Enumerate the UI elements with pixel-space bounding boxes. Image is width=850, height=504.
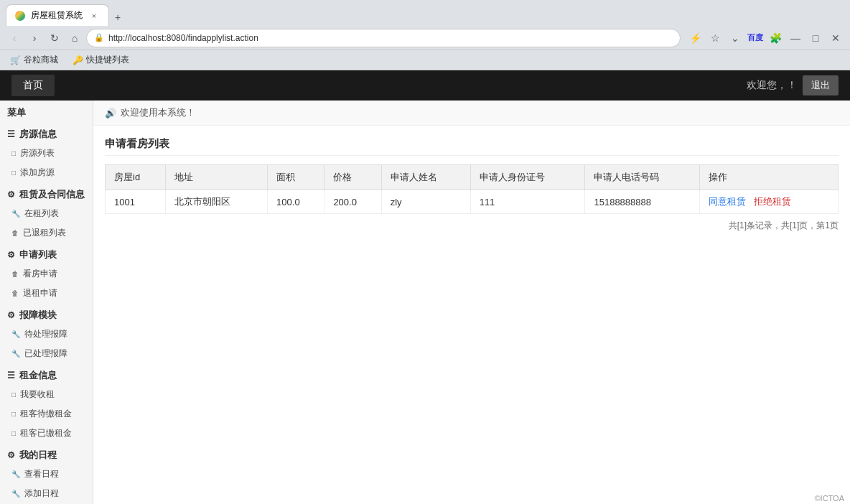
rental-section-icon: ⚙: [7, 190, 15, 200]
col-header-action: 操作: [700, 165, 839, 190]
sidebar-item-house-list[interactable]: □ 房源列表: [0, 144, 93, 163]
schedule-section-icon: ⚙: [7, 450, 15, 460]
sidebar-item-collect-rent[interactable]: □ 我要收租: [0, 385, 93, 404]
rental-section-label: 租赁及合同信息: [19, 188, 85, 201]
approve-rental-button[interactable]: 同意租赁: [709, 196, 746, 207]
bookmark-shortcuts-icon: 🔑: [73, 55, 83, 65]
tab-favicon: [15, 11, 25, 21]
col-header-price: 价格: [324, 165, 381, 190]
lightning-icon[interactable]: ⚡: [686, 29, 704, 47]
sidebar: 菜单 ☰ 房源信息 □ 房源列表 □ 添加房源 ⚙ 租赁及合同信息 🔧: [0, 101, 93, 504]
bookmark-shortcuts-label: 快捷键列表: [86, 54, 129, 66]
sidebar-item-ended-rental-label: 已退租列表: [23, 227, 66, 239]
sidebar-item-add-house[interactable]: □ 添加房源: [0, 163, 93, 182]
url-text: http://localhost:8080/findapplylist.acti…: [108, 33, 258, 43]
welcome-banner: 🔊 欢迎使用本系统！: [93, 101, 850, 126]
sidebar-item-view-apply[interactable]: 🗑 看房申请: [0, 264, 93, 284]
sidebar-item-quit-apply[interactable]: 🗑 退租申请: [0, 284, 93, 303]
baidu-icon[interactable]: 百度: [747, 29, 764, 47]
pending-fault-icon: 🔧: [11, 330, 20, 338]
reject-rental-button[interactable]: 拒绝租赁: [754, 196, 791, 207]
rent-section-icon: ☰: [7, 370, 15, 381]
dropdown-button[interactable]: ⌄: [727, 29, 744, 47]
col-header-address: 地址: [166, 165, 268, 190]
quit-apply-icon: 🗑: [11, 289, 19, 297]
sidebar-item-paid-rent-label: 租客已缴租金: [20, 427, 72, 439]
sidebar-item-resolved-fault[interactable]: 🔧 已处理报障: [0, 344, 93, 363]
bookmark-guli-label: 谷粒商城: [24, 54, 58, 66]
house-section-label: 房源信息: [19, 128, 57, 141]
sidebar-item-active-rental[interactable]: 🔧 在租列表: [0, 204, 93, 223]
sidebar-item-add-schedule-label: 添加日程: [24, 487, 59, 500]
house-list-icon: □: [11, 149, 16, 157]
speaker-icon: 🔊: [105, 108, 116, 118]
bookmark-shortcuts[interactable]: 🔑 快捷键列表: [68, 52, 134, 67]
table-header-row: 房屋id 地址 面积 价格 申请人姓名 申请人身份证号 申请人电话号码 操作: [106, 165, 839, 190]
apply-table: 房屋id 地址 面积 价格 申请人姓名 申请人身份证号 申请人电话号码 操作 1…: [105, 164, 839, 214]
sidebar-menu-title: 菜单: [0, 101, 93, 122]
pending-rent-icon: □: [11, 410, 16, 418]
logout-button[interactable]: 退出: [803, 75, 839, 95]
forward-button[interactable]: ›: [26, 29, 43, 47]
schedule-section-label: 我的日程: [19, 449, 57, 462]
tab-close-button[interactable]: ×: [88, 10, 100, 22]
reload-button[interactable]: ↻: [46, 29, 63, 47]
home-button[interactable]: ⌂: [66, 29, 83, 47]
table-row: 1001 北京市朝阳区 100.0 200.0 zly 111 15188888…: [106, 190, 839, 214]
app-container: 首页 欢迎您，！ 退出 菜单 ☰ 房源信息 □ 房源列表 □ 添加房源: [0, 70, 850, 504]
sidebar-item-resolved-fault-label: 已处理报障: [24, 347, 67, 360]
sidebar-item-ended-rental[interactable]: 🗑 已退租列表: [0, 223, 93, 243]
url-bar[interactable]: 🔒 http://localhost:8080/findapplylist.ac…: [86, 29, 681, 47]
home-nav-button[interactable]: 首页: [11, 75, 55, 96]
sidebar-item-pending-fault-label: 待处理报障: [24, 328, 67, 340]
close-window-button[interactable]: ✕: [827, 29, 844, 47]
browser-tab-bar: 房屋租赁系统 × +: [0, 0, 850, 26]
menu-label: 菜单: [7, 106, 26, 119]
cell-price: 200.0: [324, 190, 381, 214]
sidebar-item-add-house-label: 添加房源: [20, 167, 55, 179]
url-lock-icon: 🔒: [94, 33, 104, 42]
cell-idcard: 111: [470, 190, 585, 214]
sidebar-item-quit-apply-label: 退租申请: [23, 287, 57, 299]
col-header-idcard: 申请人身份证号: [470, 165, 585, 190]
add-house-icon: □: [11, 169, 16, 177]
sidebar-item-collect-rent-label: 我要收租: [20, 388, 55, 401]
bookmark-guli[interactable]: 🛒 谷粒商城: [6, 52, 62, 67]
browser-nav-bar: ‹ › ↻ ⌂ 🔒 http://localhost:8080/findappl…: [0, 26, 850, 50]
page-title: 申请看房列表: [105, 137, 839, 156]
bookmark-guli-icon: 🛒: [10, 55, 21, 65]
sidebar-item-view-schedule[interactable]: 🔧 查看日程: [0, 465, 93, 484]
sidebar-section-apply: ⚙ 申请列表: [0, 243, 93, 264]
content-area: 申请看房列表 房屋id 地址 面积 价格 申请人姓名 申请人身份证号 申请人电话…: [93, 126, 850, 249]
cell-address: 北京市朝阳区: [166, 190, 268, 214]
main-content: 🔊 欢迎使用本系统！ 申请看房列表 房屋id 地址 面积 价格 申请人姓名 申请…: [93, 101, 850, 504]
back-button[interactable]: ‹: [6, 29, 23, 47]
active-tab[interactable]: 房屋租赁系统 ×: [6, 4, 109, 26]
browser-toolbar-icons: ⚡ ☆ ⌄ 百度 🧩 — □ ✕: [686, 29, 844, 47]
sidebar-section-fault: ⚙ 报障模块: [0, 303, 93, 325]
new-tab-button[interactable]: +: [109, 9, 126, 26]
app-body: 菜单 ☰ 房源信息 □ 房源列表 □ 添加房源 ⚙ 租赁及合同信息 🔧: [0, 101, 850, 504]
sidebar-item-pending-fault[interactable]: 🔧 待处理报障: [0, 325, 93, 344]
sidebar-item-pending-rent[interactable]: □ 租客待缴租金: [0, 404, 93, 424]
star-button[interactable]: ☆: [706, 29, 724, 47]
minimize-button[interactable]: —: [787, 29, 804, 47]
maximize-button[interactable]: □: [807, 29, 824, 47]
cell-phone: 15188888888: [585, 190, 700, 214]
cell-name: zly: [381, 190, 470, 214]
fault-section-label: 报障模块: [19, 309, 57, 322]
extensions-button[interactable]: 🧩: [767, 29, 784, 47]
col-header-id: 房屋id: [106, 165, 166, 190]
sidebar-section-house: ☰ 房源信息: [0, 122, 93, 144]
collect-rent-icon: □: [11, 391, 16, 398]
sidebar-item-active-rental-label: 在租列表: [24, 207, 59, 220]
house-section-icon: ☰: [7, 129, 15, 139]
sidebar-item-add-schedule[interactable]: 🔧 添加日程: [0, 484, 93, 503]
sidebar-item-paid-rent[interactable]: □ 租客已缴租金: [0, 424, 93, 443]
welcome-text: 欢迎使用本系统！: [121, 106, 195, 119]
cell-area: 100.0: [268, 190, 324, 214]
app-header: 首页 欢迎您，！ 退出: [0, 70, 850, 101]
view-schedule-icon: 🔧: [11, 470, 20, 478]
col-header-area: 面积: [268, 165, 324, 190]
footer-note: ©ICTOA: [814, 494, 844, 503]
